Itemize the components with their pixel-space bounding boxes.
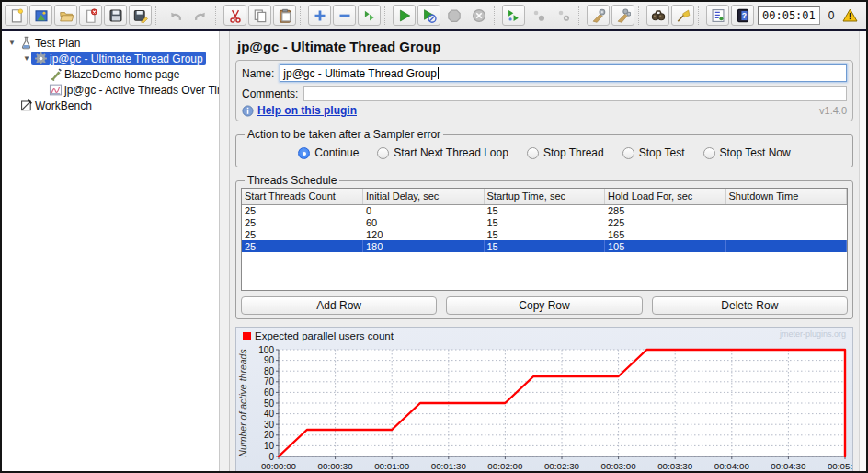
table-cell[interactable]: 25 <box>242 228 363 240</box>
table-cell[interactable]: 165 <box>605 228 726 240</box>
remote-shutdown-all-button[interactable] <box>552 5 575 26</box>
table-cell[interactable]: 15 <box>484 240 605 252</box>
comments-input[interactable] <box>303 86 847 101</box>
add-row-button[interactable]: Add Row <box>241 296 437 315</box>
legend-swatch <box>243 332 251 340</box>
table-cell[interactable]: 15 <box>484 228 605 240</box>
table-cell[interactable] <box>725 204 847 216</box>
collapse-all-button[interactable] <box>333 5 356 26</box>
radio-stop-thread[interactable]: Stop Thread <box>527 146 604 159</box>
sampler-error-group: Action to be taken after a Sampler error… <box>235 128 853 167</box>
radio-dot-icon[interactable] <box>527 147 539 159</box>
stop-icon <box>447 8 462 23</box>
element-header-box: Name: jp@gc - Ultimate Thread Group Comm… <box>235 60 853 121</box>
radio-dot-icon[interactable] <box>622 147 634 159</box>
help-button[interactable]: ? <box>731 5 754 26</box>
stop-button[interactable] <box>442 5 465 26</box>
tree-node-jp-gc-ultimate-thread-group[interactable]: ▼jp@gc - Ultimate Thread Group <box>2 51 219 66</box>
remote-stop-all-icon <box>531 8 546 23</box>
log-error-count[interactable]: 0 <box>822 9 841 22</box>
table-row[interactable]: 2512015165 <box>242 228 847 240</box>
sampler-icon <box>49 67 63 81</box>
expand-all-button[interactable] <box>308 5 331 26</box>
tree-node-label: WorkBench <box>35 99 92 112</box>
radio-dot-icon[interactable] <box>298 147 310 159</box>
column-header[interactable]: Hold Load For, sec <box>605 189 726 204</box>
cut-button[interactable] <box>223 5 246 26</box>
delete-row-button[interactable]: Delete Row <box>652 296 848 315</box>
shutdown-button[interactable] <box>467 5 490 26</box>
start-no-pauses-button[interactable] <box>417 5 440 26</box>
table-row[interactable]: 25015285 <box>242 204 847 216</box>
radio-continue[interactable]: Continue <box>298 146 359 159</box>
radio-dot-icon[interactable] <box>703 147 715 159</box>
tree-node-label: jp@gc - Active Threads Over Time <box>64 84 219 97</box>
warning-icon[interactable] <box>842 8 858 22</box>
radio-dot-icon[interactable] <box>377 147 389 159</box>
table-cell[interactable]: 15 <box>484 216 605 228</box>
table-cell[interactable]: 180 <box>363 240 485 252</box>
clear-button[interactable] <box>587 5 610 26</box>
paste-icon <box>278 8 292 23</box>
copy-button[interactable] <box>248 5 271 26</box>
table-cell[interactable]: 25 <box>242 204 363 216</box>
tree-node-workbench[interactable]: WorkBench <box>2 98 219 113</box>
start-button[interactable] <box>393 5 416 26</box>
table-row[interactable]: 256015225 <box>242 216 847 228</box>
save-button[interactable] <box>104 5 127 26</box>
open-file-button[interactable] <box>54 5 77 26</box>
splitpane-divider[interactable] <box>219 31 230 471</box>
svg-text:00:02:00: 00:02:00 <box>487 461 523 471</box>
svg-text:50: 50 <box>264 398 275 409</box>
help-plugin-link[interactable]: Help on this plugin <box>257 104 357 117</box>
function-helper-button[interactable] <box>706 5 729 26</box>
new-file-button[interactable] <box>5 5 28 26</box>
table-cell[interactable]: 25 <box>242 216 363 228</box>
radio-start-next-thread-loop[interactable]: Start Next Thread Loop <box>377 146 508 159</box>
toggle-button[interactable] <box>358 5 381 26</box>
table-cell[interactable]: 60 <box>363 216 485 228</box>
remote-start-all-button[interactable] <box>502 5 525 26</box>
radio-label: Continue <box>314 146 359 159</box>
save-as-button[interactable] <box>129 5 152 26</box>
name-input[interactable]: jp@gc - Ultimate Thread Group <box>280 64 847 82</box>
svg-text:100: 100 <box>258 345 274 355</box>
table-cell[interactable] <box>725 228 847 240</box>
tree-expand-caret-icon[interactable]: ▼ <box>22 54 31 63</box>
reset-search-button[interactable] <box>671 5 694 26</box>
clear-all-button[interactable] <box>611 5 634 26</box>
redo-button[interactable] <box>188 5 211 26</box>
copy-row-button[interactable]: Copy Row <box>446 296 642 315</box>
table-cell[interactable]: 105 <box>605 240 726 252</box>
toolbar-group-separator <box>215 6 220 25</box>
paste-button[interactable] <box>273 5 296 26</box>
table-cell[interactable]: 225 <box>605 216 726 228</box>
radio-stop-test[interactable]: Stop Test <box>622 146 685 159</box>
table-cell[interactable]: 0 <box>363 204 485 216</box>
test-plan-tree: ▼Test Plan▼jp@gc - Ultimate Thread Group… <box>2 31 219 471</box>
tree-expand-caret-icon[interactable]: ▼ <box>7 39 17 47</box>
templates-button[interactable] <box>29 5 52 26</box>
tree-node-jp-gc-active-threads-over-time[interactable]: jp@gc - Active Threads Over Time <box>2 82 219 98</box>
save-icon <box>108 8 123 23</box>
tree-node-test-plan[interactable]: ▼Test Plan <box>2 35 219 51</box>
column-header[interactable]: Startup Time, sec <box>484 189 605 204</box>
column-header[interactable]: Start Threads Count <box>242 189 363 204</box>
remote-stop-all-button[interactable] <box>527 5 550 26</box>
svg-text:00:01:00: 00:01:00 <box>374 461 410 471</box>
radio-stop-test-now[interactable]: Stop Test Now <box>703 146 791 159</box>
column-header[interactable]: Initial Delay, sec <box>363 189 485 204</box>
close-file-button[interactable] <box>79 5 102 26</box>
table-cell[interactable]: 120 <box>363 228 485 240</box>
table-cell[interactable] <box>725 240 847 252</box>
search-button[interactable] <box>646 5 669 26</box>
table-row[interactable]: 2518015105 <box>242 240 847 252</box>
table-cell[interactable] <box>725 216 847 228</box>
table-cell[interactable]: 25 <box>242 240 363 252</box>
column-header[interactable]: Shutdown Time <box>725 189 847 204</box>
svg-text:90: 90 <box>264 355 275 365</box>
undo-button[interactable] <box>164 5 187 26</box>
tree-node-blazedemo-home-page[interactable]: BlazeDemo home page <box>2 66 219 82</box>
table-cell[interactable]: 15 <box>484 204 605 216</box>
table-cell[interactable]: 285 <box>605 204 726 216</box>
